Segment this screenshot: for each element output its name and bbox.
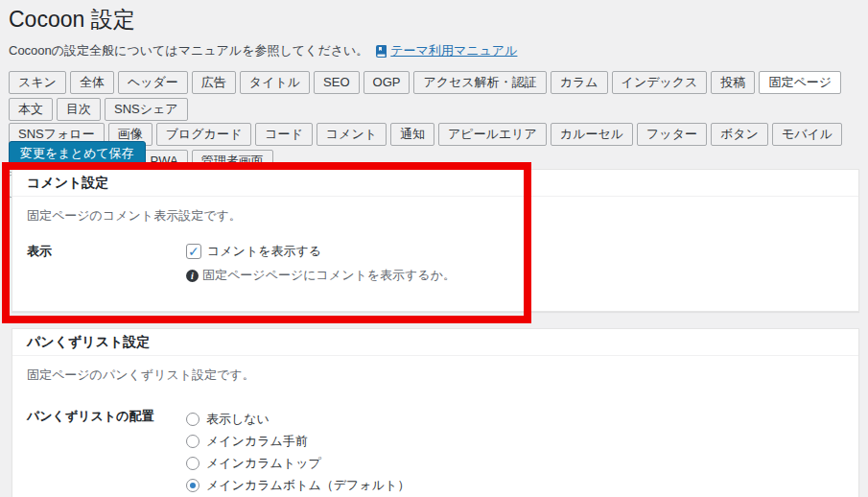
radio-option[interactable]: メインカラムトップ	[186, 452, 844, 474]
manual-link[interactable]: テーマ利用マニュアル	[390, 42, 517, 59]
tab-カラム[interactable]: カラム	[551, 71, 608, 94]
page-description: Cocoonの設定全般についてはマニュアルを参照してください。 テーマ利用マニュ…	[9, 42, 517, 59]
tab-タイトル[interactable]: タイトル	[240, 71, 310, 94]
check-icon[interactable]	[186, 244, 201, 259]
tab-SEO[interactable]: SEO	[314, 71, 359, 94]
tab-モバイル[interactable]: モバイル	[772, 123, 842, 146]
comment-display-control: コメントを表示する i 固定ページページにコメントを表示するか。	[186, 243, 844, 284]
breadcrumb-position-options: 表示しないメインカラム手前メインカラムトップメインカラムボトム（デフォルト）フッ…	[186, 408, 844, 497]
radio-icon[interactable]	[186, 479, 199, 492]
page-title: Cocoon 設定	[9, 6, 135, 35]
comment-display-field: 表示 コメントを表示する i 固定ページページにコメントを表示するか。	[27, 243, 844, 284]
tab-本文[interactable]: 本文	[9, 98, 53, 121]
comment-display-checkbox[interactable]: コメントを表示する	[186, 243, 321, 260]
field-label-breadcrumb-position: パンくずリストの配置	[27, 408, 186, 497]
radio-label: メインカラム手前	[206, 433, 308, 450]
book-icon	[375, 45, 387, 58]
radio-label: メインカラムトップ	[206, 455, 321, 472]
tab-スキン[interactable]: スキン	[9, 71, 66, 94]
tab-インデックス[interactable]: インデックス	[612, 71, 708, 94]
breadcrumb-settings-body: 固定ページのパンくずリスト設定です。 パンくずリストの配置 表示しないメインカラ…	[12, 356, 858, 497]
tab-全体[interactable]: 全体	[70, 71, 114, 94]
breadcrumb-position-field: パンくずリストの配置 表示しないメインカラム手前メインカラムトップメインカラムボ…	[27, 408, 844, 497]
tab-SNSシェア[interactable]: SNSシェア	[105, 98, 188, 121]
checkbox-label: コメントを表示する	[207, 243, 321, 260]
field-label-display: 表示	[27, 243, 186, 284]
tab-投稿[interactable]: 投稿	[711, 71, 755, 94]
tab-カルーセル[interactable]: カルーセル	[551, 123, 633, 146]
comment-display-help: i 固定ページページにコメントを表示するか。	[186, 267, 844, 284]
save-button[interactable]: 変更をまとめて保存	[9, 141, 146, 166]
tab-固定ページ[interactable]: 固定ページ	[759, 71, 841, 94]
tab-アクセス解析・認証[interactable]: アクセス解析・認証	[413, 71, 546, 94]
radio-label: メインカラムボトム（デフォルト）	[206, 477, 410, 494]
breadcrumb-settings-card: パンくずリスト設定 固定ページのパンくずリスト設定です。 パンくずリストの配置 …	[12, 328, 859, 497]
radio-option[interactable]: メインカラム手前	[186, 430, 844, 452]
radio-option[interactable]: メインカラムボトム（デフォルト）	[186, 474, 844, 496]
breadcrumb-settings-description: 固定ページのパンくずリスト設定です。	[27, 367, 844, 383]
radio-icon[interactable]	[186, 457, 199, 470]
page-description-text: Cocoonの設定全般についてはマニュアルを参照してください。	[9, 42, 368, 59]
cocoon-settings-page: Cocoon 設定 Cocoonの設定全般についてはマニュアルを参照してください…	[0, 0, 868, 497]
tab-コード[interactable]: コード	[255, 123, 313, 146]
tab-OGP[interactable]: OGP	[364, 71, 411, 94]
breadcrumb-settings-title: パンくずリスト設定	[12, 329, 858, 356]
radio-label: 表示しない	[206, 411, 270, 428]
tab-row-1: スキン全体ヘッダー広告タイトルSEOOGPアクセス解析・認証カラムインデックス投…	[9, 71, 864, 121]
tab-ヘッダー[interactable]: ヘッダー	[118, 71, 188, 94]
comment-settings-body: 固定ページのコメント表示設定です。 表示 コメントを表示する i 固定ページペー…	[12, 197, 858, 296]
comment-settings-description: 固定ページのコメント表示設定です。	[27, 208, 844, 224]
tab-フッター[interactable]: フッター	[637, 123, 707, 146]
comment-settings-title: コメント設定	[12, 170, 858, 197]
tab-通知[interactable]: 通知	[390, 123, 434, 146]
tab-ブログカード[interactable]: ブログカード	[156, 123, 252, 146]
radio-icon[interactable]	[186, 413, 199, 426]
tab-ボタン[interactable]: ボタン	[711, 123, 768, 146]
tab-アピールエリア[interactable]: アピールエリア	[438, 123, 547, 146]
tab-コメント[interactable]: コメント	[317, 123, 387, 146]
radio-icon[interactable]	[186, 435, 199, 448]
tab-広告[interactable]: 広告	[192, 71, 236, 94]
info-circle-icon: i	[186, 270, 199, 282]
help-text: 固定ページページにコメントを表示するか。	[202, 267, 456, 284]
tab-目次[interactable]: 目次	[57, 98, 101, 121]
radio-option[interactable]: 表示しない	[186, 408, 844, 430]
comment-settings-card: コメント設定 固定ページのコメント表示設定です。 表示 コメントを表示する i …	[12, 169, 859, 312]
